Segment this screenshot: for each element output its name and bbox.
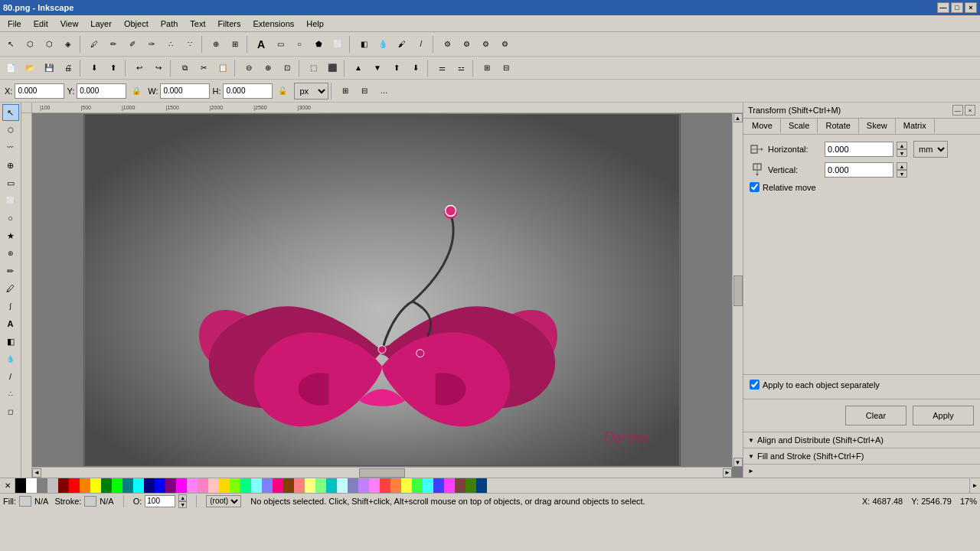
btn-copy[interactable]: ⧉ [175,59,194,77]
tool-spray[interactable]: ∴ [162,35,180,54]
opacity-input[interactable] [145,495,175,507]
lt-spray[interactable]: ∴ [2,386,19,403]
stroke-swatch[interactable] [84,496,96,507]
lt-pen[interactable]: 🖊 [2,280,19,297]
tool-pencil2[interactable]: ✐ [123,35,142,54]
palette-color-24[interactable] [273,478,283,494]
opacity-down[interactable]: ▼ [178,501,187,508]
menu-help[interactable]: Help [302,18,328,30]
palette-color-38[interactable] [423,478,433,494]
btn-zoom-out[interactable]: ⊖ [240,59,258,77]
tool-circle[interactable]: ○ [290,35,309,54]
tool-spray2[interactable]: ∵ [181,35,199,54]
btn-zoom-in[interactable]: ⊕ [259,59,277,77]
lt-zoom[interactable]: ⊕ [2,157,19,174]
lt-3dbox[interactable]: ⬜ [2,192,19,209]
lt-text[interactable]: A [2,315,19,332]
tool-paint[interactable]: 🖌 [393,35,411,54]
btn-export[interactable]: ⬆ [104,59,122,77]
lt-gradient[interactable]: ◧ [2,333,19,350]
btn-ungroup[interactable]: ⬛ [323,59,341,77]
tool-pencil3[interactable]: ✑ [142,35,161,54]
menu-file[interactable]: File [3,18,26,30]
tool-node3[interactable]: ◈ [59,35,77,54]
scrollbar-bottom[interactable]: ◄ ► [32,467,732,478]
w-input[interactable] [160,83,210,99]
tool-pen[interactable]: 🖊 [85,35,103,54]
tab-move[interactable]: Move [743,119,781,134]
align-distribute-header[interactable]: ▼ Align and Distribute (Shift+Ctrl+A) [743,432,980,448]
tool-star[interactable]: ⬟ [309,35,328,54]
palette-color-28[interactable] [315,478,326,494]
palette-color-3[interactable] [47,478,58,494]
lt-tweak[interactable]: 〰 [2,139,19,156]
lt-spiral[interactable]: ⊛ [2,245,19,262]
palette-color-22[interactable] [251,478,262,494]
tab-rotate[interactable]: Rotate [818,119,858,134]
palette-color-41[interactable] [455,478,466,494]
lt-pencil[interactable]: ✏ [2,262,19,279]
palette-color-16[interactable] [187,478,198,494]
menu-extensions[interactable]: Extensions [248,18,299,30]
lt-star[interactable]: ★ [2,227,19,244]
tool-edit2[interactable]: ⚙ [457,35,475,54]
lt-rect[interactable]: ▭ [2,174,19,191]
maximize-button[interactable]: □ [951,2,963,13]
horizontal-spin-down[interactable]: ▼ [897,149,907,157]
palette-color-37[interactable] [412,478,423,494]
palette-color-18[interactable] [208,478,219,494]
tool-node2[interactable]: ⬡ [40,35,58,54]
palette-color-40[interactable] [444,478,455,494]
palette-color-31[interactable] [348,478,358,494]
palette-scroll-right[interactable]: ► [969,478,980,494]
opacity-up[interactable]: ▲ [178,494,187,501]
vertical-spin-up[interactable]: ▲ [897,162,907,170]
vertical-spin-down[interactable]: ▼ [897,170,907,178]
tab-skew[interactable]: Skew [859,119,896,134]
palette-color-4[interactable] [58,478,69,494]
palette-color-29[interactable] [326,478,337,494]
tool-connector[interactable]: / [412,35,430,54]
align-btn[interactable]: ⊟ [355,82,374,100]
btn-import[interactable]: ⬇ [85,59,103,77]
context-select[interactable]: (root) [206,495,241,507]
btn-group[interactable]: ⬚ [304,59,322,77]
btn-new[interactable]: 📄 [2,59,20,77]
menu-layer[interactable]: Layer [86,18,116,30]
palette-color-2[interactable] [37,478,47,494]
x-input[interactable] [15,83,64,99]
palette-color-10[interactable] [122,478,133,494]
minimize-button[interactable]: — [937,2,949,13]
tool-edit3[interactable]: ⚙ [476,35,495,54]
btn-lower[interactable]: ▼ [368,59,387,77]
lt-callig[interactable]: ∫ [2,298,19,315]
palette-color-13[interactable] [155,478,165,494]
palette-color-27[interactable] [305,478,315,494]
horizontal-spin-up[interactable]: ▲ [897,142,907,149]
palette-color-6[interactable] [80,478,90,494]
lt-connector[interactable]: / [2,368,19,385]
palette-color-7[interactable] [90,478,101,494]
unit-select[interactable]: pxmmcmin [294,83,328,99]
palette-color-30[interactable] [337,478,348,494]
tool-pencil[interactable]: ✏ [104,35,122,54]
palette-color-9[interactable] [112,478,122,494]
palette-color-26[interactable] [294,478,305,494]
btn-print[interactable]: 🖨 [59,59,77,77]
palette-color-1[interactable] [26,478,37,494]
tool-3d[interactable]: ⬜ [328,35,347,54]
tab-matrix[interactable]: Matrix [896,119,935,134]
fill-swatch[interactable] [19,496,31,507]
menu-text[interactable]: Text [185,18,210,30]
horizontal-input[interactable] [825,142,893,157]
tool-gradient[interactable]: ◧ [354,35,373,54]
drawing-canvas[interactable]: Dartins [32,113,732,467]
palette-color-11[interactable] [133,478,144,494]
transform-close-btn[interactable]: × [965,105,975,116]
transform-unit-select[interactable]: mmpxcminpt [913,141,948,158]
menu-view[interactable]: View [56,18,83,30]
btn-cut[interactable]: ✂ [194,59,213,77]
palette-color-23[interactable] [262,478,273,494]
h-input[interactable] [223,83,273,99]
btn-undo[interactable]: ↩ [130,59,149,77]
